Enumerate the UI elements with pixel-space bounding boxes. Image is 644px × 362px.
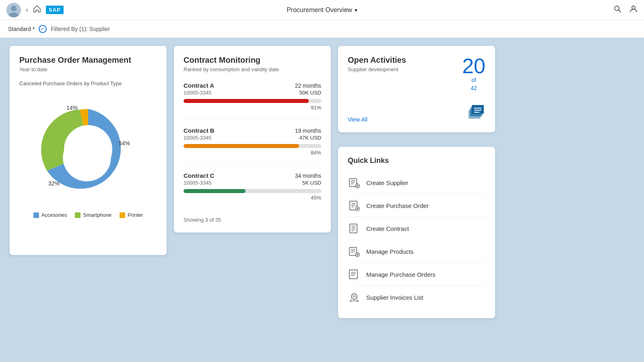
svg-point-6	[64, 125, 112, 173]
contract-a-progress-fill	[184, 99, 309, 103]
svg-text:14%: 14%	[66, 105, 78, 111]
quick-link-create-po[interactable]: Create Purchase Order	[348, 194, 485, 217]
filter-standard-label: Standard *	[8, 26, 35, 32]
svg-point-1	[11, 6, 17, 11]
contract-a-months: 22 months	[295, 82, 321, 89]
nav-right-icons	[613, 5, 638, 15]
filter-bar: Standard * ✓ Filtered By (1): Supplier	[0, 20, 644, 38]
open-activities-card: Open Activities Supplier development 20 …	[338, 46, 495, 132]
svg-point-5	[632, 6, 635, 9]
contract-c-amount: 5K USD	[302, 180, 321, 186]
contract-a-name: Contract A	[184, 82, 214, 89]
svg-rect-42	[349, 270, 357, 279]
filter-by-text: Filtered By (1): Supplier	[51, 26, 110, 32]
oa-card-title: Open Activities	[348, 56, 406, 65]
create-po-icon	[348, 199, 361, 212]
oa-card-subtitle: Supplier development	[348, 66, 406, 72]
pom-card-title: Purchase Order Management	[19, 56, 157, 65]
contract-b-months: 19 months	[295, 128, 321, 134]
contract-a-item: Contract A 22 months 10005-3345 50K USD …	[184, 82, 321, 118]
legend-smartphone-label: Smartphone	[83, 212, 111, 218]
top-navigation: ‹ SAP Procurement Overview ▾	[0, 0, 644, 20]
legend-accessories: Accesories	[33, 212, 67, 218]
svg-rect-30	[350, 224, 357, 233]
supplier-invoices-icon	[348, 291, 361, 304]
home-button[interactable]	[33, 5, 41, 15]
create-supplier-label: Create Supplier	[366, 179, 408, 186]
create-supplier-icon	[348, 176, 361, 189]
filter-check-icon[interactable]: ✓	[39, 25, 47, 33]
legend-printer: Printer	[120, 212, 143, 218]
view-all-link[interactable]: View All	[348, 116, 367, 123]
contract-c-percent: 45%	[184, 195, 321, 201]
cm-card-subtitle: Ranked by consumption and validity date	[184, 66, 321, 72]
create-contract-icon	[348, 222, 361, 235]
quick-link-manage-products[interactable]: Manage Products	[348, 240, 485, 263]
contract-c-progress-bg	[184, 189, 321, 193]
contract-c-months: 34 months	[295, 173, 321, 179]
supplier-invoices-label: Supplier Invoices List	[366, 294, 423, 301]
cm-card-title: Contract Monitoring	[184, 56, 321, 65]
quick-link-create-contract[interactable]: Create Contract	[348, 217, 485, 240]
contract-monitoring-card: Contract Monitoring Ranked by consumptio…	[174, 46, 331, 232]
user-avatar[interactable]	[6, 3, 21, 17]
contract-b-progress-fill	[184, 144, 299, 148]
create-contract-label: Create Contract	[366, 225, 409, 232]
manage-products-icon	[348, 245, 361, 258]
donut-chart: 54% 32% 14%	[32, 93, 144, 206]
oa-count: 20	[462, 56, 485, 76]
contract-a-amount: 50K USD	[299, 90, 321, 96]
accessories-color-dot	[33, 212, 39, 218]
legend-smartphone: Smartphone	[75, 212, 111, 218]
search-icon[interactable]	[613, 5, 621, 15]
manage-products-label: Manage Products	[366, 248, 414, 255]
contract-a-percent: 91%	[184, 105, 321, 111]
main-content: Purchase Order Management Year to date C…	[0, 38, 644, 326]
title-chevron-icon: ▾	[355, 7, 357, 13]
smartphone-color-dot	[75, 212, 80, 218]
page-title[interactable]: Procurement Overview ▾	[287, 6, 357, 14]
printer-color-dot	[120, 212, 125, 218]
quick-link-manage-po[interactable]: Manage Purchase Orders	[348, 263, 485, 286]
contract-b-name: Contract B	[184, 127, 215, 134]
quick-links-title: Quick Links	[348, 156, 485, 165]
create-po-label: Create Purchase Order	[366, 202, 429, 209]
oa-of-label: of 42	[462, 76, 485, 92]
contract-b-progress-bg	[184, 144, 321, 148]
pom-chart-title: Canceled Purchase Orders by Product Type	[19, 80, 157, 86]
pom-legend: Accesories Smartphone Printer	[19, 212, 157, 218]
manage-po-icon	[348, 268, 361, 281]
contract-a-id: 10005-3345	[184, 90, 211, 96]
manage-po-label: Manage Purchase Orders	[366, 271, 436, 278]
sap-logo: SAP	[46, 6, 64, 14]
right-column: Open Activities Supplier development 20 …	[338, 46, 495, 318]
oa-stacked-icon	[465, 103, 485, 123]
contract-c-name: Contract C	[184, 172, 215, 179]
contract-b-percent: 84%	[184, 150, 321, 156]
contracts-showing-text: Showing 3 of 35	[184, 217, 321, 223]
contract-b-amount: 47K USD	[299, 135, 321, 141]
quick-links-card: Quick Links Create Supplier	[338, 147, 495, 318]
svg-line-4	[619, 10, 621, 12]
oa-count-area: 20 of 42	[462, 56, 485, 92]
contract-c-id: 10005-3345	[184, 180, 211, 186]
contract-c-item: Contract C 34 months 10005-3345 5K USD 4…	[184, 172, 321, 208]
quick-link-create-supplier[interactable]: Create Supplier	[348, 171, 485, 194]
svg-text:54%: 54%	[119, 140, 130, 146]
legend-accessories-label: Accesories	[41, 212, 67, 218]
contract-b-id: 10005-3345	[184, 135, 211, 141]
back-button[interactable]: ‹	[26, 6, 28, 14]
svg-text:32%: 32%	[48, 180, 60, 187]
contract-b-item: Contract B 19 months 10005-3345 47K USD …	[184, 127, 321, 163]
contract-c-progress-fill	[184, 189, 246, 193]
quick-link-supplier-invoices[interactable]: Supplier Invoices List	[348, 286, 485, 309]
legend-printer-label: Printer	[128, 212, 143, 218]
purchase-order-management-card: Purchase Order Management Year to date C…	[10, 46, 167, 255]
pom-card-subtitle: Year to date	[19, 66, 157, 72]
user-icon[interactable]	[630, 5, 638, 15]
contracts-list: Contract A 22 months 10005-3345 50K USD …	[184, 82, 321, 208]
svg-point-46	[351, 294, 357, 299]
contract-a-progress-bg	[184, 99, 321, 103]
